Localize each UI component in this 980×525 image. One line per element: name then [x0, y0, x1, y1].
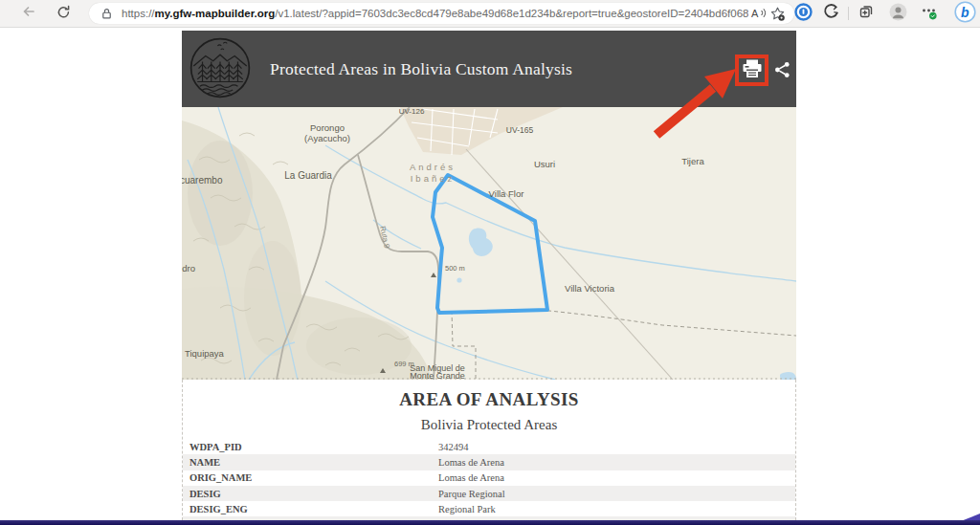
page-title: Protected Areas in Bolivia Custom Analys… — [270, 31, 572, 107]
extension-ring-icon — [823, 3, 840, 24]
attributes-table: WDPA_PID 342494 NAME Lomas de Arena ORIG… — [183, 439, 795, 525]
map-label: UV-165 — [506, 125, 534, 135]
row-value: Regional Park — [438, 504, 795, 514]
share-button[interactable] — [769, 59, 794, 84]
row-value: Lomas de Arena — [438, 457, 795, 468]
map-label: Tiquipaya — [185, 348, 225, 359]
bing-icon: b — [954, 1, 976, 27]
row-label: WDPA_PID — [183, 442, 438, 452]
map-label: Monte Grande — [410, 371, 465, 380]
copilot-button[interactable]: b — [953, 2, 976, 25]
profile-button[interactable] — [888, 4, 907, 23]
map-label: Villa Victoria — [565, 283, 615, 294]
favorites-button[interactable] — [768, 5, 787, 22]
avatar-icon — [889, 3, 907, 25]
back-button[interactable] — [19, 4, 38, 23]
map-label: La Guardia — [284, 170, 332, 181]
report-body: AREA OF ANALYSIS Bolivia Protected Areas… — [182, 380, 796, 525]
back-icon — [20, 3, 37, 24]
table-row: WDPA_PID 342494 — [183, 439, 795, 454]
toolbar-divider — [848, 7, 849, 20]
table-row: ORIG_NAME Lomas de Arena — [183, 470, 795, 486]
url-text: https://my.gfw-mapbuilder.org/v1.latest/… — [122, 8, 748, 19]
table-row: NAME Lomas de Arena — [183, 454, 795, 470]
onepassword-extension-button[interactable] — [793, 4, 813, 23]
basemap: UV-126 Porongo (Ayacucho) UV-165 Usuri T… — [182, 107, 796, 380]
road-label: Ruta 9 — [378, 226, 391, 250]
map-label: Villa Flor — [489, 188, 524, 199]
map-label: Porongo — [310, 122, 345, 133]
row-label: DESIG_ENG — [183, 504, 438, 514]
address-bar[interactable]: https://my.gfw-mapbuilder.org/v1.latest/… — [89, 3, 794, 24]
onepassword-icon — [794, 3, 813, 25]
url-path: /v1.latest/?appid=7603dc3ec8cd479e8abe49… — [275, 8, 748, 19]
row-value: Lomas de Arena — [438, 472, 795, 483]
analysis-subheading: Bolivia Protected Areas — [183, 416, 795, 433]
row-value: Parque Regional — [438, 489, 795, 499]
map-label: (Ayacucho) — [304, 133, 350, 143]
report-header: Protected Areas in Bolivia Custom Analys… — [182, 31, 796, 107]
row-value: 342494 — [438, 442, 795, 452]
map-label: Tijera — [681, 156, 704, 166]
map-label: UV-126 — [399, 107, 425, 116]
url-protocol: https:// — [122, 8, 155, 19]
row-label: ORIG_NAME — [183, 472, 438, 483]
analysis-heading: AREA OF ANALYSIS — [183, 389, 795, 410]
refresh-icon — [56, 4, 72, 24]
table-row: DESIG_ENG Regional Park — [183, 501, 795, 516]
bottom-bar — [0, 520, 980, 525]
collections-icon — [858, 3, 875, 24]
browser-toolbar: https://my.gfw-mapbuilder.org/v1.latest/… — [0, 0, 980, 28]
map-canvas[interactable]: UV-126 Porongo (Ayacucho) UV-165 Usuri T… — [182, 107, 796, 380]
share-icon — [774, 61, 791, 82]
svg-text:b: b — [961, 4, 969, 19]
site-logo — [189, 36, 252, 103]
refresh-button[interactable] — [54, 4, 73, 23]
map-label: Usuri — [534, 159, 555, 169]
url-domain: my.gfw-mapbuilder.org — [155, 8, 276, 19]
lock-icon[interactable] — [97, 5, 116, 22]
extension-button[interactable] — [822, 4, 841, 23]
map-label: edro — [182, 263, 195, 273]
svg-text:A: A — [751, 8, 759, 19]
map-label: Andrés — [410, 162, 456, 172]
row-label: DESIG — [183, 489, 438, 499]
highlight-box — [735, 55, 768, 86]
table-row: DESIG Parque Regional — [183, 486, 795, 501]
screen: https://my.gfw-mapbuilder.org/v1.latest/… — [0, 0, 980, 525]
row-label: NAME — [183, 457, 438, 468]
report-page: Protected Areas in Bolivia Custom Analys… — [182, 31, 796, 525]
collections-button[interactable] — [857, 4, 876, 23]
more-dots-icon — [920, 3, 938, 25]
map-label: cuarembo — [182, 175, 223, 186]
read-aloud-button[interactable]: A — [748, 5, 768, 22]
forest-logo-icon — [189, 36, 252, 99]
map-label: Ibañez — [411, 173, 456, 184]
settings-menu-button[interactable] — [919, 4, 938, 23]
elevation-label: 500 m — [445, 264, 465, 273]
